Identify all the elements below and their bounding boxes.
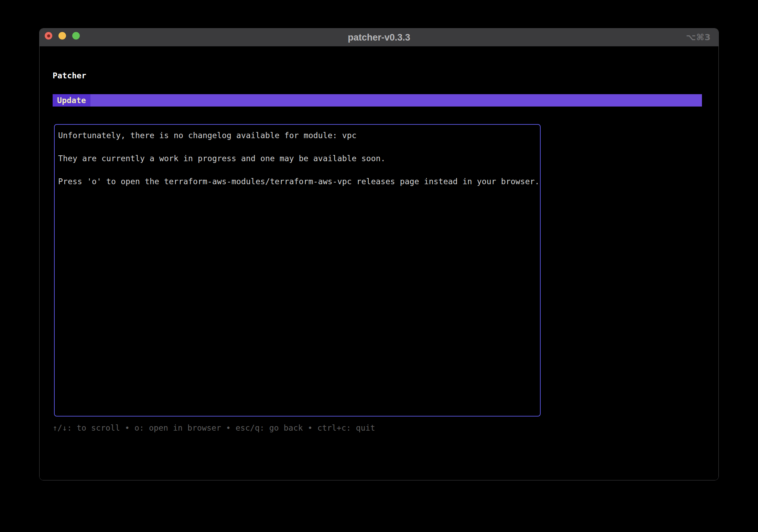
changelog-paragraph: They are currently a work in progress an… — [58, 153, 537, 164]
help-bar: ↑/↓: to scroll • o: open in browser • es… — [53, 422, 375, 434]
tab-update[interactable]: Update — [53, 94, 90, 107]
app-heading: Patcher — [53, 70, 86, 81]
window-titlebar[interactable]: patcher-v0.3.3 ⌥⌘3 — [40, 29, 718, 46]
app-window: patcher-v0.3.3 ⌥⌘3 Patcher Update Unfort… — [39, 28, 719, 480]
changelog-paragraph: Unfortunately, there is no changelog ava… — [58, 130, 537, 141]
terminal-content: Patcher Update Unfortunately, there is n… — [40, 47, 718, 480]
window-shortcut-hint: ⌥⌘3 — [686, 29, 711, 46]
changelog-viewport[interactable]: Unfortunately, there is no changelog ava… — [54, 124, 541, 417]
changelog-paragraph: Press 'o' to open the terraform-aws-modu… — [58, 176, 537, 187]
tab-bar: Update — [53, 94, 702, 107]
window-title: patcher-v0.3.3 — [40, 29, 718, 46]
